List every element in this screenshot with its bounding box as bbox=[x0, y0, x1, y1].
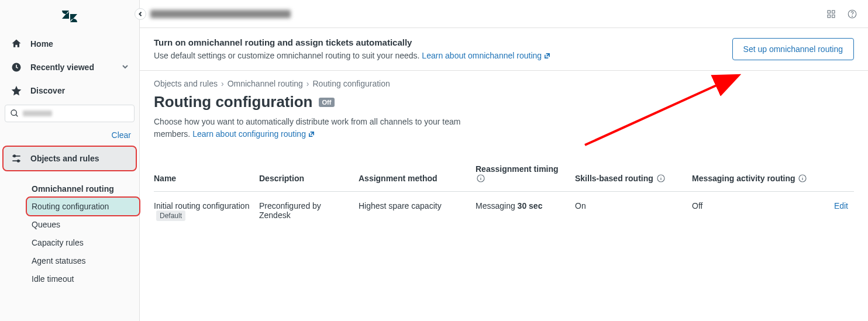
default-badge: Default bbox=[156, 210, 185, 221]
subnav-capacity-rules[interactable]: Capacity rules bbox=[27, 234, 139, 251]
subnav-queues[interactable]: Queues bbox=[27, 216, 139, 233]
svg-rect-5 bbox=[832, 11, 835, 13]
banner-title: Turn on omnichannel routing and assign t… bbox=[154, 37, 550, 47]
cell-name: Initial routing configuration Default bbox=[154, 192, 259, 220]
table-row: Initial routing configuration Default Pr… bbox=[154, 192, 854, 220]
th-activity: Messaging activity routing bbox=[692, 164, 815, 192]
svg-point-9 bbox=[852, 16, 853, 16]
search-input[interactable] bbox=[5, 105, 135, 122]
clock-icon bbox=[11, 61, 22, 73]
th-name: Name bbox=[154, 164, 259, 192]
subnav-idle-timeout[interactable]: Idle timeout bbox=[27, 270, 139, 288]
subnav-agent-statuses[interactable]: Agent statuses bbox=[27, 252, 139, 270]
routing-table: Name Description Assignment method Reass… bbox=[154, 164, 854, 220]
cell-assignment: Highest spare capacity bbox=[359, 192, 476, 220]
search-icon bbox=[10, 109, 19, 118]
th-description: Description bbox=[259, 164, 359, 192]
th-assignment: Assignment method bbox=[359, 164, 476, 192]
svg-point-3 bbox=[18, 160, 19, 162]
sidebar-section-objects-and-rules[interactable]: Objects and rules bbox=[4, 147, 136, 170]
sliders-icon bbox=[11, 153, 22, 164]
nav-discover-label: Discover bbox=[30, 86, 65, 95]
info-icon[interactable] bbox=[477, 174, 485, 182]
nav-recently-viewed[interactable]: Recently viewed bbox=[0, 56, 139, 79]
external-link-icon bbox=[544, 51, 550, 61]
help-icon[interactable] bbox=[847, 9, 857, 19]
cell-skills: On bbox=[575, 192, 692, 220]
star-icon bbox=[11, 85, 22, 96]
banner-learn-link[interactable]: Learn about omnichannel routing bbox=[422, 51, 550, 60]
breadcrumb-item[interactable]: Omnichannel routing bbox=[228, 79, 303, 88]
chevron-down-icon bbox=[122, 63, 129, 72]
edit-link[interactable]: Edit bbox=[815, 192, 854, 220]
banner-desc: Use default settings or customize omnich… bbox=[154, 51, 550, 61]
th-actions bbox=[815, 164, 854, 192]
svg-rect-6 bbox=[828, 15, 831, 18]
setup-omnichannel-button[interactable]: Set up omnichannel routing bbox=[732, 38, 854, 60]
cell-activity: Off bbox=[692, 192, 815, 220]
nav-recent-label: Recently viewed bbox=[30, 63, 94, 72]
info-icon[interactable] bbox=[657, 174, 665, 182]
th-skills: Skills-based routing bbox=[575, 164, 692, 192]
sidebar-section-label: Objects and rules bbox=[30, 154, 99, 163]
nav-discover[interactable]: Discover bbox=[0, 79, 139, 102]
nav-home[interactable]: Home bbox=[0, 32, 139, 56]
clear-search-link[interactable]: Clear bbox=[112, 130, 131, 140]
page-learn-link[interactable]: Learn about configuring routing bbox=[192, 129, 315, 139]
breadcrumb: Objects and rules›Omnichannel routing›Ro… bbox=[154, 79, 854, 88]
home-icon bbox=[11, 38, 22, 50]
nav-home-label: Home bbox=[30, 39, 53, 49]
cell-description: Preconfigured by Zendesk bbox=[259, 192, 359, 220]
svg-rect-7 bbox=[832, 15, 835, 18]
topbar-context-blur bbox=[150, 10, 291, 18]
apps-icon[interactable] bbox=[826, 9, 836, 19]
svg-point-2 bbox=[13, 155, 15, 157]
breadcrumb-item: Routing configuration bbox=[312, 79, 390, 88]
info-icon[interactable] bbox=[798, 174, 807, 182]
svg-rect-4 bbox=[828, 11, 831, 13]
zendesk-logo bbox=[0, 0, 139, 32]
subnav-heading: Omnichannel routing bbox=[32, 176, 139, 197]
page-title: Routing configuration bbox=[154, 93, 313, 111]
external-link-icon bbox=[308, 129, 315, 141]
search-placeholder-blur bbox=[23, 111, 52, 116]
status-badge: Off bbox=[319, 98, 335, 107]
th-reassignment: Reassignment timing bbox=[476, 164, 575, 192]
page-desc: Choose how you want to automatically dis… bbox=[154, 116, 481, 141]
subnav-routing-configuration[interactable]: Routing configuration bbox=[27, 198, 139, 215]
breadcrumb-item[interactable]: Objects and rules bbox=[154, 79, 218, 88]
svg-point-1 bbox=[11, 110, 16, 115]
cell-reassignment: Messaging 30 sec bbox=[476, 192, 575, 220]
